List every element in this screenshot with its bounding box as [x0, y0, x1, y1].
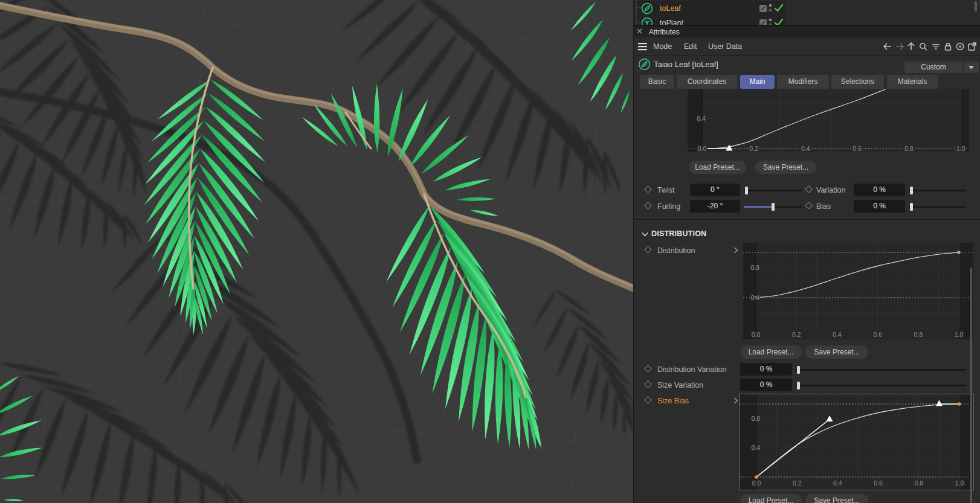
slider-handle[interactable]: [797, 366, 800, 374]
section-title-distribution[interactable]: DISTRIBUTION: [651, 229, 706, 238]
visibility-dots-icon[interactable]: [769, 18, 772, 25]
hamburger-menu-icon[interactable]: [638, 43, 648, 51]
svg-text:0.8: 0.8: [904, 145, 914, 152]
slider-handle[interactable]: [745, 187, 748, 194]
svg-text:0.2: 0.2: [749, 145, 758, 152]
variation-value-field[interactable]: 0 %: [854, 184, 905, 196]
right-panel-column: toLeaf toPlant: [633, 0, 980, 503]
chevron-down-icon: [969, 66, 974, 69]
svg-text:0.0: 0.0: [698, 145, 707, 152]
tab-coordinates[interactable]: Coordinates: [677, 75, 737, 89]
svg-text:0.4: 0.4: [750, 294, 759, 301]
variation-slider[interactable]: [909, 187, 965, 194]
save-preset-button[interactable]: Save Preset...: [755, 161, 816, 174]
preset-dropdown[interactable]: Custom: [904, 62, 962, 73]
size-bias-curve: 0.00.20.40.60.81.00.80.4: [740, 394, 973, 490]
forward-arrow-icon[interactable]: [895, 42, 904, 51]
bias-label: Bias: [816, 202, 831, 211]
distribution-curve: 0.00.20.40.60.81.00.80.4: [743, 243, 973, 339]
load-preset-button[interactable]: Load Preset...: [740, 494, 802, 503]
object-item-toleaf[interactable]: toLeaf: [660, 4, 681, 13]
svg-text:0.0: 0.0: [752, 479, 761, 487]
distribution-variation-value-field[interactable]: 0 %: [740, 363, 792, 376]
slider-handle[interactable]: [797, 382, 800, 389]
search-icon[interactable]: [918, 42, 928, 51]
attributes-titlebar: [633, 26, 980, 37]
svg-text:0.8: 0.8: [751, 415, 760, 422]
curve-editor-main[interactable]: 0.00.20.40.60.81.00.4: [688, 89, 969, 152]
chevron-down-icon[interactable]: [642, 232, 648, 237]
size-variation-slider[interactable]: [795, 382, 966, 389]
tab-modifiers[interactable]: Modifiers: [777, 75, 829, 89]
furling-value-field[interactable]: -20 °: [690, 200, 740, 213]
main-tab-curve: 0.00.20.40.60.81.00.4: [688, 89, 969, 152]
layer-toggle-icon[interactable]: [759, 4, 767, 15]
svg-text:1.0: 1.0: [955, 331, 964, 338]
up-arrow-icon[interactable]: [906, 42, 916, 51]
svg-text:0.4: 0.4: [751, 444, 760, 451]
tab-materials[interactable]: Materials: [887, 75, 938, 89]
furling-label: Furling: [657, 202, 680, 211]
size-variation-value-field[interactable]: 0 %: [740, 379, 792, 391]
curve-editor-distribution[interactable]: 0.00.20.40.60.81.00.80.4: [743, 243, 973, 339]
twist-label: Twist: [657, 186, 674, 195]
distribution-label: Distribution: [657, 246, 695, 255]
menu-user-data[interactable]: User Data: [708, 42, 742, 51]
attributes-scrollbar[interactable]: [970, 268, 972, 503]
curve-editor-size-bias[interactable]: 0.00.20.40.60.81.00.80.4: [739, 394, 974, 490]
leaf-object-icon[interactable]: [641, 2, 653, 17]
svg-text:0.4: 0.4: [833, 331, 842, 338]
lock-icon[interactable]: [943, 42, 953, 51]
save-preset-button[interactable]: Save Preset...: [805, 494, 868, 503]
load-preset-button[interactable]: Load Preset...: [689, 161, 746, 174]
enabled-check-icon[interactable]: [774, 18, 784, 25]
twist-value-field[interactable]: 0 °: [690, 184, 740, 196]
distribution-variation-label: Distribution Variation: [657, 365, 726, 374]
load-preset-button[interactable]: Load Preset...: [740, 345, 802, 359]
menu-edit[interactable]: Edit: [684, 42, 697, 51]
twist-slider[interactable]: [744, 187, 802, 194]
svg-text:0.0: 0.0: [752, 331, 761, 338]
svg-text:0.8: 0.8: [750, 264, 759, 271]
slider-handle[interactable]: [910, 187, 913, 194]
menu-mode[interactable]: Mode: [653, 42, 672, 51]
chevron-right-icon[interactable]: [733, 397, 738, 404]
new-window-icon[interactable]: [967, 42, 977, 51]
3d-viewport[interactable]: [0, 0, 633, 503]
tab-selections[interactable]: Selections: [831, 75, 884, 89]
visibility-dots-icon[interactable]: [769, 3, 772, 14]
filter-icon[interactable]: [931, 42, 941, 51]
svg-text:0.6: 0.6: [874, 479, 883, 487]
slider-handle[interactable]: [910, 203, 913, 211]
svg-text:0.4: 0.4: [697, 115, 706, 122]
svg-text:0.2: 0.2: [792, 331, 801, 338]
track-target-icon[interactable]: [955, 42, 965, 51]
bias-slider[interactable]: [909, 203, 965, 211]
tab-basic[interactable]: Basic: [640, 75, 674, 89]
enabled-check-icon[interactable]: [774, 3, 784, 13]
svg-text:0.8: 0.8: [914, 479, 923, 487]
distribution-variation-slider[interactable]: [795, 366, 966, 374]
size-variation-label: Size Variation: [657, 381, 703, 390]
slider-handle[interactable]: [772, 203, 775, 211]
svg-text:1.0: 1.0: [956, 145, 965, 152]
close-icon[interactable]: [637, 28, 643, 34]
bias-value-field[interactable]: 0 %: [854, 200, 905, 213]
svg-text:0.6: 0.6: [853, 145, 862, 152]
tab-main[interactable]: Main: [740, 75, 775, 89]
viewport-canvas: [0, 0, 633, 503]
svg-text:0.6: 0.6: [873, 331, 882, 338]
panel-title: Attributes: [649, 28, 680, 36]
size-bias-label[interactable]: Size Bias: [657, 397, 689, 406]
back-arrow-icon[interactable]: [883, 42, 892, 51]
object-manager-scrollbar[interactable]: [975, 1, 977, 11]
svg-text:0.4: 0.4: [833, 479, 842, 487]
variation-label: Variation: [816, 186, 845, 195]
svg-text:0.4: 0.4: [801, 145, 810, 152]
furling-slider[interactable]: [744, 203, 802, 211]
chevron-right-icon[interactable]: [733, 247, 738, 254]
svg-text:0.8: 0.8: [914, 331, 923, 338]
svg-text:1.0: 1.0: [955, 479, 964, 487]
preset-dropdown-arrow[interactable]: [964, 62, 979, 73]
save-preset-button[interactable]: Save Preset...: [805, 345, 868, 359]
